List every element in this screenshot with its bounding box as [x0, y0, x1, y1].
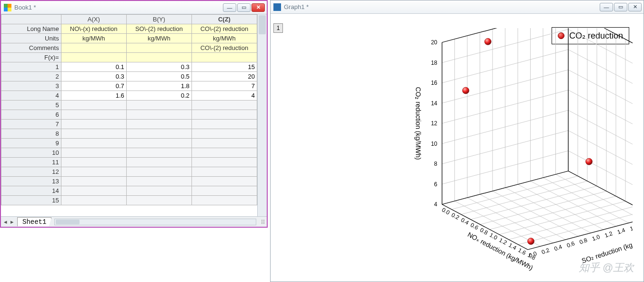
col-header-c[interactable]: C(Z) — [191, 15, 257, 24]
cell-a[interactable] — [61, 120, 126, 129]
cell-b[interactable] — [126, 120, 191, 129]
cell-longname-b[interactable]: SO\-(2) reduction — [126, 24, 191, 34]
cell-a[interactable] — [61, 148, 126, 158]
layer-button[interactable]: 1 — [273, 23, 283, 33]
cell-a[interactable] — [61, 110, 126, 120]
cell-c[interactable] — [191, 177, 257, 186]
graph-canvas[interactable]: 1 CO₂ reduction 4681012141618200.00.20.4… — [271, 14, 644, 282]
cell-b[interactable] — [126, 196, 191, 205]
cell-a[interactable] — [61, 101, 126, 110]
cell-b[interactable]: 0.3 — [126, 62, 191, 72]
maximize-button[interactable]: ▭ — [237, 3, 251, 12]
cell-c[interactable]: 20 — [191, 72, 257, 81]
row-header[interactable]: 3 — [1, 81, 61, 91]
row-header[interactable]: 4 — [1, 91, 61, 101]
cell-a[interactable]: 1.6 — [61, 91, 126, 101]
row-header[interactable]: 6 — [1, 110, 61, 120]
vertical-scrollbar[interactable] — [257, 14, 267, 216]
cell-comments-a[interactable] — [61, 43, 126, 53]
row-header[interactable]: 12 — [1, 167, 61, 177]
cell-a[interactable] — [61, 196, 126, 205]
cell-a[interactable] — [61, 129, 126, 139]
cell-b[interactable]: 0.5 — [126, 72, 191, 81]
data-point[interactable] — [528, 238, 534, 244]
cell-c[interactable] — [191, 186, 257, 196]
cell-b[interactable] — [126, 158, 191, 167]
row-header[interactable]: 15 — [1, 196, 61, 205]
row-label-comments[interactable]: Comments — [1, 43, 61, 53]
cell-a[interactable]: 0.7 — [61, 81, 126, 91]
cell-b[interactable]: 1.8 — [126, 81, 191, 91]
data-point[interactable] — [463, 87, 469, 94]
tab-nav-first[interactable]: ◂ — [2, 218, 9, 225]
row-label-fx[interactable]: F(x)= — [1, 53, 61, 62]
cell-fx-a[interactable] — [61, 53, 126, 62]
minimize-button[interactable]: — — [223, 3, 236, 12]
resize-grip[interactable]: ⁞⁞ — [259, 218, 267, 225]
cell-units-c[interactable]: kg/MWh — [191, 34, 257, 43]
row-label-longname[interactable]: Long Name — [1, 24, 61, 34]
cell-c[interactable] — [191, 148, 257, 158]
workbook-titlebar[interactable]: Book1 * — ▭ ✕ — [1, 1, 267, 14]
cell-a[interactable] — [61, 139, 126, 148]
data-point[interactable] — [484, 38, 491, 45]
cell-b[interactable] — [126, 129, 191, 139]
worksheet-grid[interactable]: A(X) B(Y) C(Z) Long NameNO\-(x) reductio… — [1, 14, 257, 216]
cell-longname-a[interactable]: NO\-(x) reduction — [61, 24, 126, 34]
cell-b[interactable] — [126, 101, 191, 110]
cell-b[interactable] — [126, 167, 191, 177]
cell-c[interactable] — [191, 129, 257, 139]
row-header[interactable]: 13 — [1, 177, 61, 186]
cell-a[interactable] — [61, 186, 126, 196]
row-header[interactable]: 10 — [1, 148, 61, 158]
col-header-a[interactable]: A(X) — [61, 15, 126, 24]
row-header[interactable]: 9 — [1, 139, 61, 148]
cell-c[interactable] — [191, 101, 257, 110]
cell-c[interactable] — [191, 196, 257, 205]
graph-titlebar[interactable]: Graph1 * — ▭ ✕ — [271, 0, 644, 14]
cell-comments-b[interactable] — [126, 43, 191, 53]
tab-nav-next[interactable]: ▸ — [9, 218, 15, 225]
cell-fx-c[interactable] — [191, 53, 257, 62]
data-point[interactable] — [586, 158, 593, 165]
cell-a[interactable]: 0.3 — [61, 72, 126, 81]
cell-c[interactable] — [191, 110, 257, 120]
cell-b[interactable] — [126, 139, 191, 148]
row-header[interactable]: 1 — [1, 62, 61, 72]
corner-cell[interactable] — [1, 15, 61, 24]
row-header[interactable]: 2 — [1, 72, 61, 81]
cell-units-b[interactable]: kg/MWh — [126, 34, 191, 43]
cell-b[interactable]: 0.2 — [126, 91, 191, 101]
cell-a[interactable] — [61, 158, 126, 167]
cell-b[interactable] — [126, 148, 191, 158]
cell-c[interactable] — [191, 158, 257, 167]
horizontal-scrollbar[interactable] — [54, 219, 256, 225]
cell-b[interactable] — [126, 110, 191, 120]
row-header[interactable]: 14 — [1, 186, 61, 196]
row-header[interactable]: 5 — [1, 101, 61, 110]
cell-b[interactable] — [126, 177, 191, 186]
cell-c[interactable]: 7 — [191, 81, 257, 91]
row-header[interactable]: 8 — [1, 129, 61, 139]
cell-b[interactable] — [126, 186, 191, 196]
cell-longname-c[interactable]: CO\-(2) reduction — [191, 24, 257, 34]
cell-a[interactable] — [61, 177, 126, 186]
row-header[interactable]: 7 — [1, 120, 61, 129]
cell-fx-b[interactable] — [126, 53, 191, 62]
row-header[interactable]: 11 — [1, 158, 61, 167]
close-button[interactable]: ✕ — [628, 3, 642, 11]
cell-units-a[interactable]: kg/MWh — [61, 34, 126, 43]
scatter-3d-plot[interactable]: 4681012141618200.00.20.40.60.81.01.21.41… — [299, 28, 633, 282]
cell-c[interactable] — [191, 139, 257, 148]
cell-comments-c[interactable]: CO\-(2) reduction — [191, 43, 257, 53]
maximize-button[interactable]: ▭ — [614, 3, 627, 11]
close-button[interactable]: ✕ — [252, 3, 265, 12]
cell-a[interactable] — [61, 167, 126, 177]
cell-c[interactable] — [191, 120, 257, 129]
col-header-b[interactable]: B(Y) — [126, 15, 191, 24]
row-label-units[interactable]: Units — [1, 34, 61, 43]
cell-c[interactable]: 4 — [191, 91, 257, 101]
cell-c[interactable] — [191, 167, 257, 177]
cell-a[interactable]: 0.1 — [61, 62, 126, 72]
sheet-tab[interactable]: Sheet1 — [17, 217, 51, 226]
